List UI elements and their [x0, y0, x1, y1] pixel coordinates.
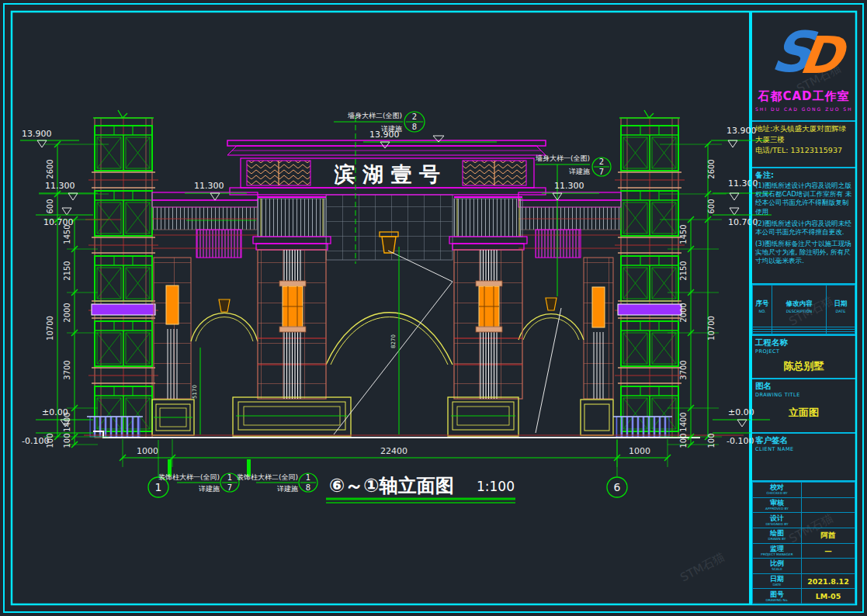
- field-label-en: SCALE: [757, 568, 798, 571]
- right-wing: [518, 192, 621, 258]
- field-row-date: 日期DATE 2021.8.12: [753, 573, 855, 589]
- rev-col-no: 序号: [753, 299, 772, 309]
- left-main-pillar: [253, 197, 331, 399]
- title-block: S D 石都CAD工作室 SHI DU CAD GONG ZUO SHI 地址:…: [751, 12, 855, 604]
- drawing-title-value: 立面图: [755, 406, 852, 420]
- bottom-dim-line: 1000 22400 1000: [120, 439, 671, 467]
- client-section: 客户签名 CLIENT NAME: [752, 434, 855, 482]
- svg-text:100: 100: [679, 433, 688, 448]
- field-row-drawn: 绘图DRAWN BY 阿酋: [753, 528, 855, 543]
- svg-text:13.900: 13.900: [22, 129, 52, 139]
- field-label-en: DRAWING No.: [757, 598, 798, 601]
- callout-column-detail-2: 装饰柱大样二(全同) 详建施 1 8: [237, 459, 317, 493]
- callout-num: 1: [227, 473, 232, 482]
- svg-text:6: 6: [614, 481, 621, 493]
- svg-text:11.300: 11.300: [45, 181, 75, 191]
- callout-column-detail-1: 装饰柱大样一(全同) 详建施 1 7: [158, 459, 239, 493]
- address-phone: 电话/TEL: 13123115937: [755, 145, 852, 156]
- project-label: 工程名称: [755, 337, 852, 348]
- client-label-en: CLIENT NAME: [755, 446, 852, 452]
- svg-text:11.300: 11.300: [194, 181, 224, 191]
- cad-sheet: 滨 湖 壹 号 墙身大样二(全图): [0, 0, 867, 616]
- callout-sheet: 8: [412, 123, 417, 131]
- field-label-en: DRAWN BY: [757, 538, 798, 541]
- project-section: 工程名称 PROJECT 陈总别墅: [752, 336, 855, 379]
- rev-col-no-en: NO.: [754, 309, 771, 313]
- callout-sub: 详建施: [569, 168, 590, 175]
- field-label-en: CHECKED BY: [757, 492, 798, 495]
- notes-heading: 备注:: [755, 170, 852, 180]
- svg-text:100: 100: [707, 433, 716, 448]
- studio-address: 地址:水头镇盛大厦对面辉绿 大厦三楼 电话/TEL: 13123115937: [752, 122, 855, 168]
- field-label: 图号: [753, 591, 801, 598]
- svg-text:22400: 22400: [380, 446, 407, 456]
- notes-section: 备注: (1)图纸所述设计内容及说明之版权属石都CAD培训工作室所有 未经本公司…: [752, 168, 855, 285]
- field-row-checked: 校对CHECKED BY: [753, 483, 855, 498]
- svg-text:1000: 1000: [137, 446, 158, 456]
- svg-text:3700: 3700: [679, 360, 688, 379]
- field-value: 2021.8.12: [802, 573, 855, 589]
- field-row-approved: 审核APPROVED BY: [753, 497, 855, 513]
- svg-text:2000: 2000: [679, 303, 688, 322]
- logo-letter-d: D: [796, 26, 848, 85]
- svg-text:5170: 5170: [192, 385, 198, 399]
- signoff-fields: 校对CHECKED BY 审核APPROVED BY 设计DESIGNED BY…: [752, 482, 855, 604]
- rev-col-date: 日期: [827, 299, 855, 309]
- svg-text:11.300: 11.300: [554, 181, 584, 191]
- field-row-number: 图号DRAWING No. LM-05: [753, 589, 855, 604]
- field-value: [802, 497, 855, 513]
- svg-text:1: 1: [155, 481, 162, 493]
- left-small-arch: [191, 299, 258, 341]
- address-line1: 地址:水头镇盛大厦对面辉绿: [755, 123, 852, 134]
- gate-sign-text: 滨 湖 壹 号: [334, 162, 440, 186]
- svg-text:±0.00: ±0.00: [42, 407, 68, 417]
- drawing-title: ⑥～①轴立面图 1:100: [326, 475, 515, 503]
- field-row-designed: 设计DESIGNED BY: [753, 513, 855, 528]
- svg-text:10700: 10700: [707, 316, 716, 341]
- project-label-en: PROJECT: [755, 348, 852, 355]
- callout-label: 装饰柱大样一(全同): [158, 473, 220, 481]
- left-railing: [87, 417, 143, 437]
- svg-text:10700: 10700: [46, 316, 54, 341]
- right-tower: [615, 110, 685, 438]
- field-label: 设计: [753, 515, 801, 522]
- svg-text:10.700: 10.700: [43, 217, 74, 227]
- callout-num: 2: [412, 112, 417, 121]
- callout-sub: 详建施: [199, 485, 220, 493]
- title-axis-range: ⑥～①: [329, 475, 380, 497]
- field-label-en: APPROVED BY: [757, 507, 798, 510]
- svg-text:1450: 1450: [63, 224, 71, 244]
- svg-text:8270: 8270: [390, 334, 397, 348]
- project-name: 陈总别墅: [755, 359, 852, 373]
- field-label-en: PROJECT MANAGER: [757, 552, 798, 555]
- callout-label: 墙身大样一(全图): [535, 154, 590, 162]
- drawing-title-section: 图名 DRAWING TITLE 立面图: [752, 379, 855, 434]
- rev-col-date-en: DATE: [828, 309, 853, 313]
- callout-sheet: 7: [227, 483, 232, 492]
- field-label-en: DESIGNED BY: [757, 522, 798, 525]
- arch-height-dim: 8270: [390, 247, 399, 434]
- field-value: —: [802, 543, 855, 559]
- field-value: [802, 513, 855, 528]
- field-row-manager: 监理PROJECT MANAGER —: [753, 543, 855, 559]
- note-item: (2)图纸所述设计内容及说明未经本公司书面允许不得擅自更改.: [755, 220, 852, 237]
- svg-text:100: 100: [63, 433, 71, 448]
- left-arch-dim: 5170: [192, 348, 200, 434]
- field-value: 阿酋: [802, 528, 855, 543]
- studio-subline: SHI DU CAD GONG ZUO SHI: [755, 106, 852, 112]
- svg-text:1400: 1400: [679, 412, 688, 431]
- right-small-arch: [518, 298, 584, 340]
- svg-text:2150: 2150: [679, 261, 688, 280]
- svg-text:13.900: 13.900: [369, 130, 400, 140]
- left-wing: [152, 192, 258, 258]
- svg-text:⑥～①轴立面图: ⑥～①轴立面图: [329, 475, 454, 497]
- svg-text:600: 600: [46, 199, 54, 213]
- svg-text:600: 600: [707, 199, 716, 213]
- field-row-scale: 比例SCALE: [753, 559, 855, 574]
- right-railing: [613, 417, 672, 437]
- callout-label: 墙身大样二(全图): [347, 112, 402, 119]
- rev-row-empty: [753, 332, 855, 334]
- title-scale: 1:100: [477, 479, 515, 494]
- field-value: [802, 559, 855, 574]
- field-label-en: DATE: [757, 583, 798, 586]
